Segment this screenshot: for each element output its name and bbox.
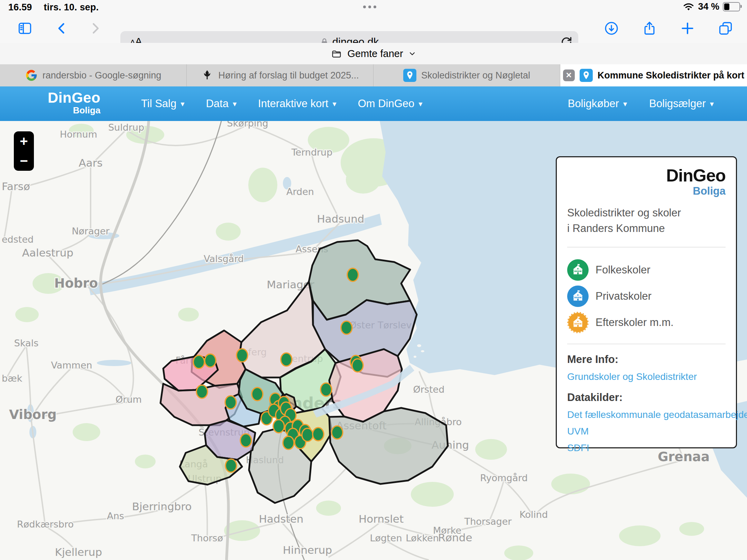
datasource-link[interactable]: Det fælleskommunale geodatasamarbejde — [567, 409, 726, 420]
browser-tab[interactable]: Skoledistrikter og Nøgletal — [374, 64, 560, 86]
school-type-icon — [567, 312, 589, 333]
status-indicators: 34 % — [683, 1, 740, 12]
map-town-label: Terndrup — [291, 147, 333, 158]
map-canvas[interactable]: SkørpingSuldrupHornumAarsTerndrupFarsøed… — [0, 121, 747, 560]
browser-tab[interactable]: Høring af forslag til budget 2025... — [187, 64, 374, 86]
forest-patch — [551, 474, 590, 494]
datasource-links: Det fælleskommunale geodatasamarbejdeUVM… — [567, 409, 726, 454]
datasources-heading: Datakilder: — [567, 391, 726, 404]
forest-patch — [679, 522, 704, 536]
map-town-label: Ryomgård — [480, 473, 528, 483]
school-type-icon — [567, 286, 589, 307]
forest-patch — [135, 455, 156, 468]
school-marker[interactable] — [252, 388, 263, 401]
share-button[interactable] — [640, 19, 659, 38]
school-marker[interactable] — [237, 349, 248, 362]
school-marker[interactable] — [240, 434, 251, 447]
datasource-link[interactable]: SDFI — [567, 442, 726, 454]
browser-tab[interactable]: randersbio - Google-søgning — [0, 64, 187, 86]
legend-title: Skoledistrikter og skoler i Randers Komm… — [567, 205, 726, 236]
sidebar-toggle-button[interactable] — [15, 19, 35, 38]
map-town-label: Løgten — [370, 533, 402, 543]
school-marker[interactable] — [352, 359, 363, 372]
downloads-button[interactable] — [602, 19, 621, 38]
map-town-label: Kolind — [519, 509, 548, 520]
school-marker[interactable] — [341, 321, 352, 334]
school-marker[interactable] — [225, 396, 236, 409]
forest-patch — [216, 223, 241, 241]
map-town-label: Hadsten — [259, 513, 303, 525]
school-marker[interactable] — [302, 428, 313, 441]
island — [417, 344, 421, 347]
zoom-out-button[interactable]: − — [14, 151, 34, 171]
tab-bar: randersbio - Google-søgningHøring af for… — [0, 64, 747, 86]
map-town-label: Aalestrup — [22, 246, 73, 259]
school-marker[interactable] — [273, 420, 284, 433]
forest-patch — [504, 545, 533, 560]
nav-item-til-salg[interactable]: Til Salg — [141, 97, 184, 110]
map-pin-favicon — [580, 69, 593, 82]
map-town-label: Ørsted — [413, 384, 445, 395]
logo-main: DinGeo — [48, 91, 100, 105]
saved-tabs-bar[interactable]: Gemte faner — [0, 43, 747, 65]
logo-sub: Boliga — [48, 106, 100, 115]
map-town-label: Thorsø — [191, 533, 223, 543]
island — [421, 350, 424, 352]
map-town-label: Hinnerup — [283, 544, 332, 556]
zoom-in-button[interactable]: + — [14, 131, 34, 151]
map-town-label: Farsø — [2, 180, 30, 193]
forest-patch — [346, 166, 380, 194]
nav-menu-right: BoligkøberBoligsælger — [568, 86, 714, 121]
school-marker[interactable] — [283, 436, 294, 449]
map-town-label: Valsgård — [204, 253, 244, 264]
map-town-label: Vammen — [51, 360, 92, 371]
nav-item-data[interactable]: Data — [206, 97, 237, 110]
nav-item-boligkøber[interactable]: Boligkøber — [568, 97, 627, 110]
map-town-label: edsted — [2, 234, 34, 245]
school-marker[interactable] — [332, 426, 343, 439]
new-tab-button[interactable] — [678, 19, 697, 38]
map-town-label: bæk — [2, 373, 22, 384]
tab-title: randersbio - Google-søgning — [43, 70, 162, 81]
school-marker[interactable] — [193, 355, 204, 368]
legend-item-label: Folkeskoler — [596, 264, 651, 276]
forest-patch — [15, 307, 39, 322]
info-link[interactable]: Grundskoler og Skoledistrikter — [567, 371, 726, 382]
school-marker[interactable] — [281, 353, 292, 366]
school-marker[interactable] — [196, 385, 208, 398]
browser-tab-active[interactable]: ✕Kommune Skoledistrikter på kort — [560, 64, 747, 86]
map-zoom-control: + − — [14, 131, 34, 171]
datasource-link[interactable]: UVM — [567, 426, 726, 437]
battery-icon — [723, 2, 740, 11]
map-town-label: Nørager — [72, 226, 110, 236]
google-favicon — [25, 69, 38, 82]
forest-patch — [475, 439, 507, 460]
site-navbar: DinGeo Boliga Til SalgDataInteraktive ko… — [0, 86, 747, 121]
lake — [97, 360, 131, 366]
map-town-label: Hobro — [54, 276, 98, 291]
dingeo-logo[interactable]: DinGeo Boliga — [48, 91, 100, 115]
school-marker[interactable] — [205, 354, 216, 367]
map-town-label: Løkken — [406, 533, 439, 543]
school-marker[interactable] — [225, 459, 237, 472]
battery-percent: 34 % — [698, 1, 719, 12]
nav-item-om-dingeo[interactable]: Om DinGeo — [358, 97, 423, 110]
map-town-label: Hadsund — [317, 213, 364, 225]
forward-button[interactable] — [85, 19, 104, 38]
nav-item-boligsælger[interactable]: Boligsælger — [649, 97, 714, 110]
map-town-label: Rønde — [438, 531, 472, 544]
tab-title: Høring af forslag til budget 2025... — [218, 70, 359, 81]
school-marker[interactable] — [313, 428, 324, 441]
nav-item-interaktive-kort[interactable]: Interaktive kort — [258, 97, 336, 110]
school-marker[interactable] — [347, 268, 358, 281]
status-bar: 16.59tirs. 10. sep. 34 % — [0, 0, 747, 14]
forest-patch — [73, 423, 100, 441]
tabs-overview-button[interactable] — [716, 19, 735, 38]
close-tab-icon[interactable]: ✕ — [563, 69, 575, 81]
island — [414, 356, 416, 358]
back-button[interactable] — [53, 19, 72, 38]
school-type-icon — [567, 259, 589, 281]
drag-handle-dots-icon — [363, 6, 376, 8]
school-marker[interactable] — [321, 383, 332, 396]
legend-dingeo-logo: DinGeo Boliga — [567, 167, 726, 196]
